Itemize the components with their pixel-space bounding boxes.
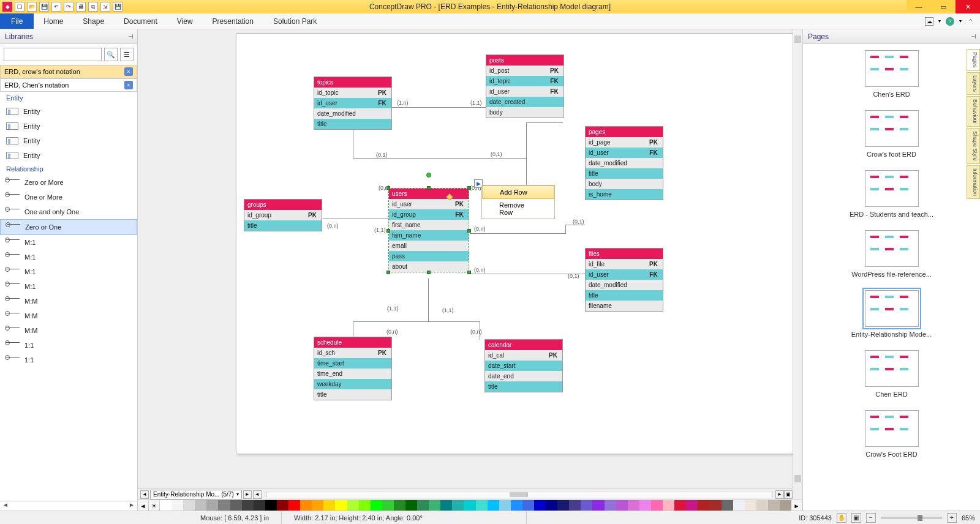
color-swatch[interactable] bbox=[277, 500, 288, 511]
qa-copy-icon[interactable]: ⧉ bbox=[88, 2, 98, 12]
color-swatch[interactable] bbox=[722, 500, 733, 511]
menu-home[interactable]: Home bbox=[34, 13, 73, 29]
page-thumbnail[interactable]: Chen ERD bbox=[803, 344, 980, 404]
color-swatch[interactable] bbox=[733, 500, 745, 511]
color-swatch[interactable] bbox=[592, 500, 604, 511]
qa-print-icon[interactable]: 🖶 bbox=[76, 2, 86, 12]
library-grid-icon[interactable]: ☰ bbox=[120, 48, 134, 61]
color-swatch[interactable] bbox=[254, 500, 265, 511]
selection-handle[interactable] bbox=[467, 186, 471, 190]
connector[interactable] bbox=[428, 279, 429, 321]
color-swatch[interactable] bbox=[686, 500, 698, 511]
color-swatch[interactable] bbox=[206, 500, 218, 511]
color-swatch[interactable] bbox=[522, 500, 534, 511]
library-item-m1[interactable]: M:1 bbox=[0, 264, 137, 279]
color-swatch[interactable] bbox=[605, 500, 616, 511]
selection-handle[interactable] bbox=[427, 271, 431, 274]
connector[interactable] bbox=[526, 122, 563, 123]
menu-document[interactable]: Document bbox=[114, 13, 167, 29]
scroll-right-button[interactable]: ► bbox=[775, 490, 784, 499]
library-item-one-or-more[interactable]: One or More bbox=[0, 190, 137, 204]
selection-handle[interactable] bbox=[467, 271, 471, 274]
side-tab-shape-style[interactable]: Shape Style bbox=[967, 128, 980, 164]
page-thumbnail[interactable]: Crow's foot ERD bbox=[803, 104, 980, 164]
close-icon[interactable]: × bbox=[124, 81, 133, 89]
color-swatch[interactable] bbox=[780, 500, 791, 511]
minimize-button[interactable]: — bbox=[907, 0, 931, 13]
color-swatch[interactable] bbox=[768, 500, 780, 511]
swatch-options-icon[interactable]: ☀ bbox=[149, 500, 160, 511]
entity-topics[interactable]: topics id_topicPK id_userFK date_modifie… bbox=[314, 77, 392, 130]
library-item-entity[interactable]: Entity bbox=[0, 119, 137, 133]
qa-new-icon[interactable]: ❏ bbox=[15, 2, 24, 12]
library-item-mm[interactable]: M:M bbox=[0, 294, 137, 309]
menu-view[interactable]: View bbox=[167, 13, 203, 29]
color-swatch[interactable] bbox=[534, 500, 546, 511]
side-tab-pages[interactable]: Pages bbox=[967, 49, 980, 71]
color-swatch[interactable] bbox=[651, 500, 663, 511]
entity-groups[interactable]: groups id_groupPK title bbox=[244, 199, 322, 231]
color-swatch[interactable] bbox=[359, 500, 371, 511]
selection-handle[interactable] bbox=[386, 271, 390, 274]
drawing-page[interactable]: (1,n) (1,1) (0,1) (0,1) (0,n) (0,n) (0,n… bbox=[236, 33, 802, 454]
color-swatch[interactable] bbox=[663, 500, 674, 511]
swatch-next-icon[interactable]: ► bbox=[791, 500, 802, 511]
color-swatch[interactable] bbox=[511, 500, 522, 511]
selection-handle[interactable] bbox=[386, 229, 390, 233]
color-swatch[interactable] bbox=[464, 500, 475, 511]
context-menu-add-row[interactable]: Add Row bbox=[482, 185, 554, 199]
page-next-button[interactable]: ► bbox=[243, 490, 252, 499]
color-swatch[interactable] bbox=[452, 500, 464, 511]
library-item-m1[interactable]: M:1 bbox=[0, 250, 137, 264]
color-swatch[interactable] bbox=[756, 500, 768, 511]
color-swatch[interactable] bbox=[569, 500, 581, 511]
selection-handle[interactable] bbox=[467, 229, 471, 233]
expand-ribbon-icon[interactable]: ⌃ bbox=[967, 17, 975, 26]
connector[interactable] bbox=[470, 233, 565, 234]
library-item-zero-or-one[interactable]: Zero or One bbox=[0, 219, 137, 235]
entity-calendar[interactable]: calendar id_calPK date_start date_end ti… bbox=[484, 339, 563, 392]
color-swatch[interactable] bbox=[698, 500, 709, 511]
library-item-entity[interactable]: Entity bbox=[0, 133, 137, 148]
library-item-mm[interactable]: M:M bbox=[0, 323, 137, 338]
library-item-entity[interactable]: Entity bbox=[0, 104, 137, 119]
page-thumbnail[interactable]: Crow's Foot ERD bbox=[803, 404, 980, 464]
color-swatch[interactable] bbox=[195, 500, 206, 511]
color-swatch[interactable] bbox=[488, 500, 499, 511]
color-swatch[interactable] bbox=[160, 500, 172, 511]
qa-redo-icon[interactable]: ↷ bbox=[64, 2, 74, 12]
library-item-11[interactable]: 1:1 bbox=[0, 338, 137, 353]
color-swatch[interactable] bbox=[371, 500, 382, 511]
color-swatch[interactable] bbox=[581, 500, 592, 511]
menu-solution-park[interactable]: Solution Park bbox=[263, 13, 326, 29]
file-menu[interactable]: File bbox=[0, 13, 34, 29]
color-swatch[interactable] bbox=[242, 500, 254, 511]
connector[interactable] bbox=[353, 321, 480, 322]
side-tab-information[interactable]: Information bbox=[967, 165, 980, 199]
color-swatch[interactable] bbox=[347, 500, 359, 511]
qa-export-icon[interactable]: ⇲ bbox=[100, 2, 110, 12]
page-thumbnail[interactable]: ERD - Students and teach... bbox=[803, 164, 980, 224]
connector[interactable] bbox=[565, 225, 566, 234]
color-swatch[interactable] bbox=[546, 500, 557, 511]
horizontal-scrollbar[interactable] bbox=[266, 491, 773, 498]
app-icon[interactable]: ◆ bbox=[2, 2, 12, 12]
color-swatch[interactable] bbox=[429, 500, 440, 511]
library-search-input[interactable] bbox=[4, 48, 102, 61]
library-hscroll[interactable]: ◄► bbox=[0, 501, 137, 511]
selection-handle[interactable] bbox=[386, 186, 390, 190]
library-category-crows-foot[interactable]: ERD, crow's foot notation × bbox=[0, 65, 137, 78]
color-swatch[interactable] bbox=[288, 500, 300, 511]
rotation-handle[interactable] bbox=[426, 173, 431, 178]
qa-saveall-icon[interactable]: 💾 bbox=[113, 2, 123, 12]
color-swatch[interactable] bbox=[709, 500, 721, 511]
color-swatch[interactable] bbox=[417, 500, 429, 511]
close-icon[interactable]: × bbox=[124, 67, 133, 76]
close-button[interactable]: ✕ bbox=[956, 0, 980, 13]
color-swatch[interactable] bbox=[218, 500, 230, 511]
connector[interactable] bbox=[353, 158, 526, 159]
library-item-m1[interactable]: M:1 bbox=[0, 235, 137, 250]
library-item-entity[interactable]: Entity bbox=[0, 148, 137, 163]
connector[interactable] bbox=[323, 219, 389, 219]
zoom-fit-button[interactable]: ▣ bbox=[784, 490, 793, 499]
